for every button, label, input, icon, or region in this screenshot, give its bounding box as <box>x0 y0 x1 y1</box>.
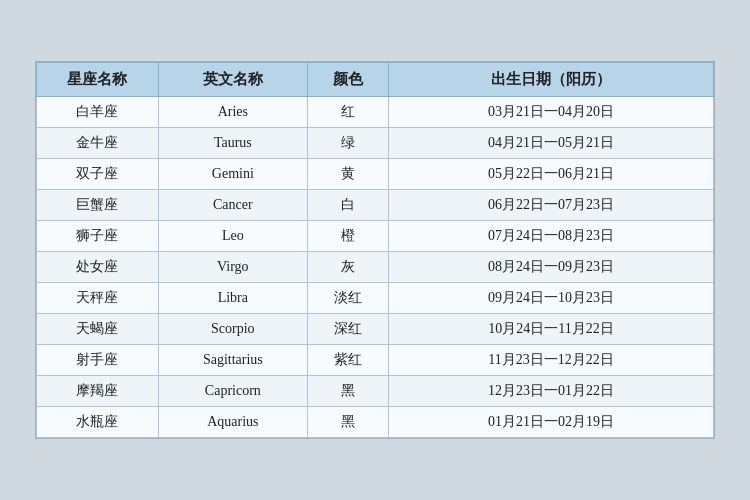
table-row: 巨蟹座Cancer白06月22日一07月23日 <box>37 190 714 221</box>
cell-zh: 摩羯座 <box>37 376 159 407</box>
cell-color: 紫红 <box>307 345 388 376</box>
cell-date: 01月21日一02月19日 <box>389 407 714 438</box>
cell-zh: 处女座 <box>37 252 159 283</box>
table-body: 白羊座Aries红03月21日一04月20日金牛座Taurus绿04月21日一0… <box>37 97 714 438</box>
table-row: 水瓶座Aquarius黑01月21日一02月19日 <box>37 407 714 438</box>
cell-color: 黑 <box>307 376 388 407</box>
cell-zh: 射手座 <box>37 345 159 376</box>
cell-en: Gemini <box>158 159 307 190</box>
cell-en: Sagittarius <box>158 345 307 376</box>
cell-date: 08月24日一09月23日 <box>389 252 714 283</box>
cell-date: 10月24日一11月22日 <box>389 314 714 345</box>
table-row: 处女座Virgo灰08月24日一09月23日 <box>37 252 714 283</box>
zodiac-table-container: 星座名称 英文名称 颜色 出生日期（阳历） 白羊座Aries红03月21日一04… <box>35 61 715 439</box>
table-row: 狮子座Leo橙07月24日一08月23日 <box>37 221 714 252</box>
cell-zh: 双子座 <box>37 159 159 190</box>
table-row: 白羊座Aries红03月21日一04月20日 <box>37 97 714 128</box>
cell-color: 淡红 <box>307 283 388 314</box>
cell-en: Libra <box>158 283 307 314</box>
cell-en: Aquarius <box>158 407 307 438</box>
cell-date: 09月24日一10月23日 <box>389 283 714 314</box>
table-row: 金牛座Taurus绿04月21日一05月21日 <box>37 128 714 159</box>
cell-en: Cancer <box>158 190 307 221</box>
cell-zh: 天蝎座 <box>37 314 159 345</box>
cell-date: 04月21日一05月21日 <box>389 128 714 159</box>
cell-en: Taurus <box>158 128 307 159</box>
cell-en: Virgo <box>158 252 307 283</box>
header-en: 英文名称 <box>158 63 307 97</box>
cell-zh: 金牛座 <box>37 128 159 159</box>
cell-zh: 白羊座 <box>37 97 159 128</box>
cell-color: 黑 <box>307 407 388 438</box>
table-row: 射手座Sagittarius紫红11月23日一12月22日 <box>37 345 714 376</box>
table-row: 双子座Gemini黄05月22日一06月21日 <box>37 159 714 190</box>
cell-en: Capricorn <box>158 376 307 407</box>
zodiac-table: 星座名称 英文名称 颜色 出生日期（阳历） 白羊座Aries红03月21日一04… <box>36 62 714 438</box>
cell-en: Aries <box>158 97 307 128</box>
cell-color: 灰 <box>307 252 388 283</box>
cell-en: Leo <box>158 221 307 252</box>
cell-date: 03月21日一04月20日 <box>389 97 714 128</box>
cell-date: 05月22日一06月21日 <box>389 159 714 190</box>
cell-color: 红 <box>307 97 388 128</box>
cell-zh: 狮子座 <box>37 221 159 252</box>
cell-zh: 巨蟹座 <box>37 190 159 221</box>
cell-date: 06月22日一07月23日 <box>389 190 714 221</box>
cell-color: 绿 <box>307 128 388 159</box>
cell-date: 11月23日一12月22日 <box>389 345 714 376</box>
header-color: 颜色 <box>307 63 388 97</box>
cell-color: 橙 <box>307 221 388 252</box>
table-row: 天秤座Libra淡红09月24日一10月23日 <box>37 283 714 314</box>
header-date: 出生日期（阳历） <box>389 63 714 97</box>
table-row: 天蝎座Scorpio深红10月24日一11月22日 <box>37 314 714 345</box>
cell-date: 12月23日一01月22日 <box>389 376 714 407</box>
table-header-row: 星座名称 英文名称 颜色 出生日期（阳历） <box>37 63 714 97</box>
cell-zh: 水瓶座 <box>37 407 159 438</box>
cell-date: 07月24日一08月23日 <box>389 221 714 252</box>
cell-zh: 天秤座 <box>37 283 159 314</box>
cell-en: Scorpio <box>158 314 307 345</box>
header-zh: 星座名称 <box>37 63 159 97</box>
cell-color: 白 <box>307 190 388 221</box>
cell-color: 黄 <box>307 159 388 190</box>
table-row: 摩羯座Capricorn黑12月23日一01月22日 <box>37 376 714 407</box>
cell-color: 深红 <box>307 314 388 345</box>
